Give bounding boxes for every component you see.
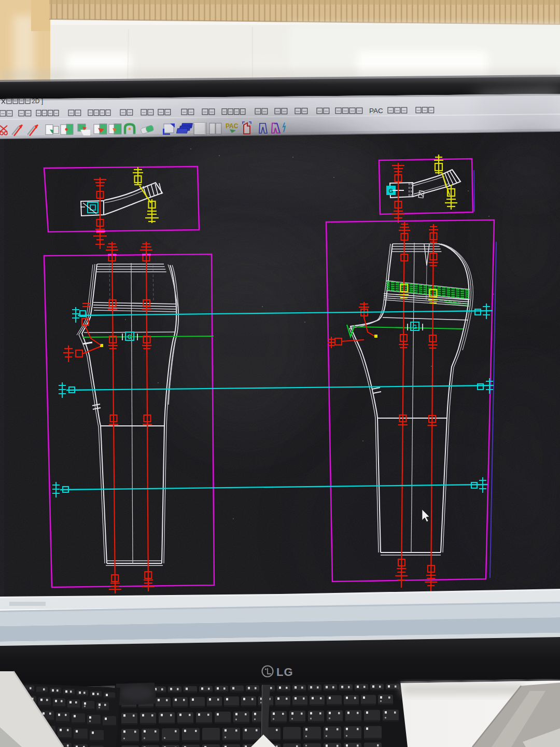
svg-text:PAC: PAC bbox=[369, 107, 383, 115]
svg-text:G: G bbox=[389, 188, 394, 194]
svg-text:2D ]: 2D ] bbox=[32, 98, 43, 105]
svg-text:PAC: PAC bbox=[226, 122, 239, 130]
svg-text:LG: LG bbox=[276, 666, 293, 679]
svg-text:G: G bbox=[413, 324, 417, 330]
svg-text:G: G bbox=[128, 334, 132, 340]
